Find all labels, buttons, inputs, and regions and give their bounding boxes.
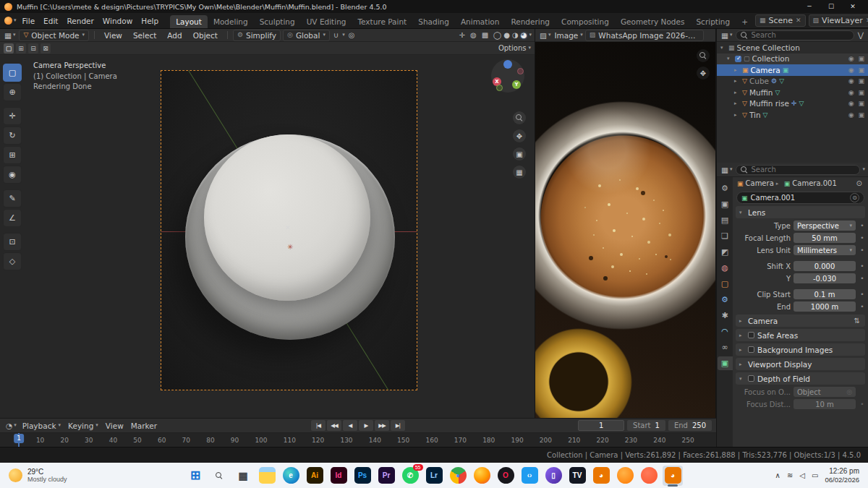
frame-tick[interactable]: 190 [511,437,523,444]
filter-icon[interactable]: ⋁ [856,31,865,39]
animate-dot-icon[interactable]: • [859,247,866,254]
render-visibility-icon[interactable]: ▣ [858,111,864,119]
gizmo-z-axis-icon[interactable] [503,60,512,69]
gizmo-neg-x-icon[interactable] [517,68,524,74]
select-mode-extend-icon[interactable]: ⊞ [16,43,26,53]
dof-panel-header[interactable]: ▾ Depth of Field [736,372,865,385]
editor-type-button[interactable]: ◔ ▾ [4,421,18,430]
image-datablock-selector[interactable]: ▨ WhatsApp Image 2026-02-06 at 7.19.3 [585,30,705,41]
shading-material-icon[interactable]: ◑ [512,32,519,39]
start-frame-field[interactable]: Start 1 [627,420,665,431]
properties-tab-object[interactable]: ▢ [718,277,733,291]
frame-tick[interactable]: 210 [568,437,580,444]
select-mode-invert-icon[interactable]: ⊠ [41,43,51,53]
tool-add-cube[interactable]: ⊡ [3,233,22,251]
taskbar-app-brave[interactable] [639,466,659,486]
outliner-search[interactable] [736,30,854,40]
render-visibility-icon[interactable]: ▣ [858,100,864,107]
workspace-tab-texture-paint[interactable]: Texture Paint [352,15,412,28]
breadcrumb-object[interactable]: Camera [746,179,774,187]
expand-icon[interactable]: ▸ [734,90,740,95]
image-pan-hand-icon[interactable]: ✥ [697,67,710,80]
properties-tab-render[interactable]: ▣ [718,197,733,211]
frame-tick[interactable]: 70 [182,437,190,444]
hide-eye-icon[interactable]: ◉ [848,55,854,62]
close-button[interactable]: ✕ [842,3,864,10]
expand-icon[interactable]: ▸ [734,67,740,73]
shift-y-field[interactable]: -0.030 [793,273,856,283]
frame-tick[interactable]: 170 [454,437,467,444]
fake-user-icon[interactable]: ⊙ [850,193,859,202]
safe-areas-panel-header[interactable]: ▸ Safe Areas [736,329,865,341]
properties-tab-object-data[interactable]: ▣ [718,356,733,370]
workspace-tab-scripting[interactable]: Scripting [690,15,736,28]
animate-dot-icon[interactable]: • [859,262,866,270]
image-zoom-icon[interactable] [697,49,710,62]
expand-icon[interactable]: ▾ [720,45,726,51]
tool-transform[interactable]: ◉ [3,166,22,184]
scene-selector[interactable]: ▦ Scene ✕ [755,14,806,27]
snap-magnet-icon[interactable]: ∪ [332,31,340,39]
clock-widget[interactable]: 12:26 pm 06/02/2026 [825,467,859,484]
prev-keyframe-button[interactable]: ◀◀ [327,420,341,431]
show-gizmo-icon[interactable]: ✛ [458,31,467,39]
datablock-name-field[interactable]: ▣ ⊙ [736,192,864,204]
frame-tick[interactable]: 60 [158,437,166,444]
render-visibility-icon[interactable]: ▣ [858,67,864,74]
workspace-tab-shading[interactable]: Shading [412,15,455,28]
menu-playback[interactable]: Playback ▾ [20,421,64,430]
workspace-tab-uv-editing[interactable]: UV Editing [301,15,352,28]
workspace-tab-compositing[interactable]: Compositing [556,15,615,28]
properties-tab-scene[interactable]: ◩ [718,245,733,259]
expand-icon[interactable]: ▸ [734,112,740,118]
frame-tick[interactable]: 30 [85,437,93,444]
taskbar-app-opera-gx[interactable]: O [495,466,516,486]
taskbar-app-blender[interactable]: ◕ [591,466,611,486]
animate-dot-icon[interactable]: • [859,234,866,241]
frame-tick[interactable]: 40 [109,437,117,444]
viewport-canvas[interactable]: ✕ ✳ Camera Perspective (1) Collection | … [0,55,535,418]
frame-tick[interactable]: 140 [369,437,381,444]
add-workspace-button[interactable]: + [736,15,754,28]
toggle-ortho-icon[interactable]: ▦ [513,166,526,179]
xray-icon[interactable]: ▩ [480,31,490,39]
hide-eye-icon[interactable]: ◉ [848,89,854,96]
navigation-gizmo[interactable]: X Y [491,59,524,93]
name-input[interactable] [751,194,847,202]
frame-tick[interactable]: 80 [206,437,214,444]
hide-eye-icon[interactable]: ◉ [848,67,854,74]
editor-type-button[interactable]: ▦ ▾ [3,31,17,40]
proportional-edit-icon[interactable]: ◎ [347,31,357,39]
editor-type-button[interactable]: ▨ ▾ [538,31,552,40]
options-dropdown[interactable]: Options ▾ [498,44,531,52]
render-visibility-icon[interactable]: ▣ [858,89,864,96]
focus-distance-field[interactable]: 10 m [793,399,856,409]
network-icon[interactable]: ≋ [787,471,793,479]
snap-dropdown-icon[interactable]: ▾ [342,33,345,38]
frame-tick[interactable]: 100 [255,437,267,444]
animate-dot-icon[interactable]: • [859,222,866,229]
taskbar-app-indesign[interactable]: Id [328,466,349,486]
animate-dot-icon[interactable]: • [859,275,866,282]
frame-tick[interactable]: 180 [482,437,495,444]
workspace-tab-modeling[interactable]: Modeling [208,15,254,28]
jump-start-button[interactable]: |◀ [311,420,326,431]
gizmo-y-axis-icon[interactable]: Y [512,80,521,89]
frame-tick[interactable]: 200 [540,437,552,444]
taskbar-app-edge[interactable]: e [281,466,301,486]
outliner-row-muffin[interactable]: ▸ ▽ Muffin ▽ ◉ ▣ [717,87,868,98]
taskbar-app-task-view[interactable]: ▦ [233,466,253,486]
animate-dot-icon[interactable]: • [859,401,866,408]
menu-help[interactable]: Help [137,15,163,27]
taskbar-app-chrome[interactable]: ● [448,466,468,486]
outliner-row-camera[interactable]: ▸ ▣ Camera ▣ ◉ ▣ [717,64,868,76]
hide-eye-icon[interactable]: ◉ [848,77,854,85]
lens-panel-header[interactable]: ▾ Lens [736,206,865,218]
volume-icon[interactable]: ◁ [799,471,805,479]
camera-view-icon[interactable]: ▣ [513,147,526,160]
animate-dot-icon[interactable]: • [859,303,866,310]
menu-edit[interactable]: Edit [39,15,62,27]
tool-rotate[interactable]: ↻ [3,127,22,145]
shading-dropdown-icon[interactable]: ▾ [529,33,532,38]
taskbar-app-search[interactable] [209,466,229,486]
